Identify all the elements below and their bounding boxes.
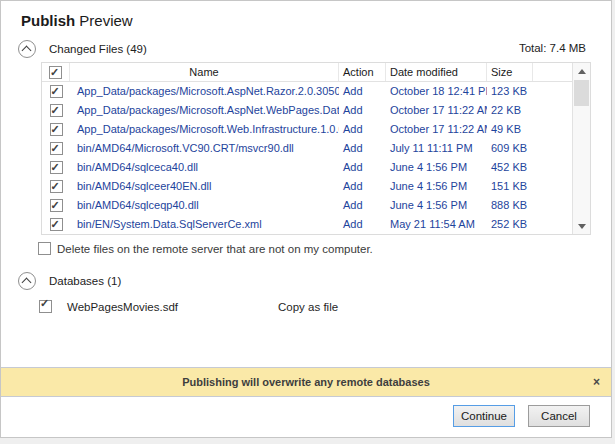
file-date-modified: June 4 1:56 PM [386,158,487,177]
row-checkbox-cell [42,101,70,120]
column-header-action[interactable]: Action [339,63,386,81]
table-row[interactable]: bin/AMD64/sqlceqp40.dllAddJune 4 1:56 PM… [42,196,590,215]
row-filler [533,215,572,232]
file-action: Add [339,158,386,177]
header-checkbox-cell [42,63,70,81]
row-checkbox[interactable] [50,85,63,98]
delete-files-option[interactable]: Delete files on the remote server that a… [38,243,373,255]
scrollbar-down-button[interactable] [573,218,590,234]
databases-collapse-button[interactable] [18,272,36,290]
column-header-name[interactable]: Name [70,63,339,81]
cancel-button[interactable]: Cancel [528,405,590,427]
row-checkbox[interactable] [50,180,63,193]
row-checkbox-cell [42,82,70,101]
row-checkbox-cell [42,177,70,196]
scrollbar-up-button[interactable] [573,63,590,79]
scroll-down-icon [578,224,586,229]
row-filler [533,120,572,139]
row-checkbox-cell [42,215,70,232]
file-size: 151 KB [487,177,533,196]
row-checkbox[interactable] [50,123,63,136]
row-checkbox-cell [42,139,70,158]
scrollbar-thumb[interactable] [574,80,589,106]
table-header-row: Name Action Date modified Size [42,63,590,82]
database-name: WebPagesMovies.sdf [67,301,178,313]
file-name: bin/EN/System.Data.SqlServerCe.xml [70,215,339,232]
table-row[interactable]: App_Data/packages/Microsoft.AspNet.Razor… [42,82,590,101]
row-filler [533,158,572,177]
table-row[interactable]: bin/EN/System.Data.SqlServerCe.xmlAddMay… [42,215,590,232]
file-name: App_Data/packages/Microsoft.AspNet.Razor… [70,82,339,101]
file-date-modified: July 11 11:11 PM [386,139,487,158]
file-action: Add [339,101,386,120]
database-checkbox[interactable] [39,300,52,313]
warning-text: Publishing will overwrite any remote dat… [182,376,430,388]
file-name: App_Data/packages/Microsoft.AspNet.WebPa… [70,101,339,120]
scroll-up-icon [578,69,586,74]
file-name: bin/AMD64/Microsoft.VC90.CRT/msvcr90.dll [70,139,339,158]
vertical-scrollbar[interactable] [572,63,590,234]
total-size-label: Total: 7.4 MB [519,42,586,54]
continue-button[interactable]: Continue [453,405,515,427]
file-size: 609 KB [487,139,533,158]
file-action: Add [339,215,386,232]
column-header-size[interactable]: Size [487,63,533,81]
row-checkbox[interactable] [50,199,63,212]
file-name: bin/AMD64/sqlceqp40.dll [70,196,339,215]
publish-preview-dialog: Publish Preview Changed Files (49) Total… [0,0,612,438]
file-action: Add [339,139,386,158]
row-filler [533,139,572,158]
file-action: Add [339,120,386,139]
file-name: App_Data/packages/Microsoft.Web.Infrastr… [70,120,339,139]
delete-files-checkbox[interactable] [38,242,51,255]
row-checkbox[interactable] [50,218,63,231]
file-date-modified: October 18 12:41 PM [386,82,487,101]
file-action: Add [339,82,386,101]
file-size: 888 KB [487,196,533,215]
row-checkbox-cell [42,120,70,139]
database-action: Copy as file [278,301,338,313]
chevron-up-icon [22,46,32,56]
file-date-modified: May 21 11:54 AM [386,215,487,232]
row-filler [533,101,572,120]
file-date-modified: June 4 1:56 PM [386,177,487,196]
table-row[interactable]: App_Data/packages/Microsoft.AspNet.WebPa… [42,101,590,120]
chevron-up-icon [22,278,32,288]
file-date-modified: June 4 1:56 PM [386,196,487,215]
file-name: bin/AMD64/sqlceer40EN.dll [70,177,339,196]
changed-files-collapse-button[interactable] [18,40,36,58]
file-size: 452 KB [487,158,533,177]
row-checkbox[interactable] [50,161,63,174]
table-row[interactable]: App_Data/packages/Microsoft.Web.Infrastr… [42,120,590,139]
file-size: 123 KB [487,82,533,101]
close-icon[interactable]: × [593,368,600,396]
warning-banner: Publishing will overwrite any remote dat… [1,367,611,397]
file-size: 49 KB [487,120,533,139]
row-checkbox[interactable] [50,142,63,155]
column-header-filler [533,63,572,81]
delete-files-label: Delete files on the remote server that a… [57,243,373,255]
changed-files-section-label: Changed Files (49) [49,43,147,55]
table-row[interactable]: bin/AMD64/sqlceer40EN.dllAddJune 4 1:56 … [42,177,590,196]
file-table-body: App_Data/packages/Microsoft.AspNet.Razor… [42,82,590,232]
file-size: 22 KB [487,101,533,120]
select-all-checkbox[interactable] [49,66,62,79]
row-checkbox-cell [42,196,70,215]
row-checkbox-cell [42,158,70,177]
page-title-rest: Preview [79,12,132,29]
file-action: Add [339,177,386,196]
row-filler [533,82,572,101]
page-title: Publish Preview [21,12,133,29]
table-row[interactable]: bin/AMD64/Microsoft.VC90.CRT/msvcr90.dll… [42,139,590,158]
table-row[interactable]: bin/AMD64/sqlceca40.dllAddJune 4 1:56 PM… [42,158,590,177]
file-action: Add [339,196,386,215]
column-header-date-modified[interactable]: Date modified [386,63,487,81]
file-date-modified: October 17 11:22 AM [386,120,487,139]
databases-section-label: Databases (1) [49,275,121,287]
row-checkbox[interactable] [50,104,63,117]
file-name: bin/AMD64/sqlceca40.dll [70,158,339,177]
page-title-bold: Publish [21,12,75,29]
changed-files-table: Name Action Date modified Size App_Data/… [41,62,591,235]
row-filler [533,177,572,196]
file-date-modified: October 17 11:22 AM [386,101,487,120]
